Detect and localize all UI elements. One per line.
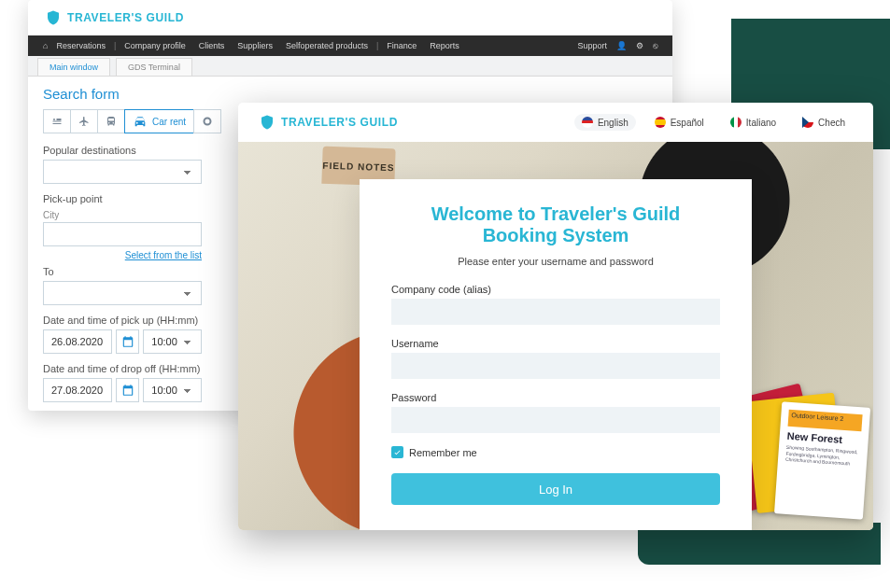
select-from-list-link[interactable]: Select from the list bbox=[43, 250, 202, 260]
username-label: Username bbox=[391, 338, 720, 349]
nav-suppliers[interactable]: Suppliers bbox=[233, 41, 277, 50]
lang-english[interactable]: English bbox=[574, 114, 636, 131]
to-label: To bbox=[43, 266, 202, 277]
dropoff-date-input[interactable] bbox=[43, 378, 112, 402]
lang-italian[interactable]: Italiano bbox=[723, 114, 784, 131]
language-switcher: English Español Italiano Chech bbox=[574, 114, 853, 131]
city-input[interactable] bbox=[43, 222, 202, 246]
shield-icon bbox=[259, 113, 275, 132]
company-code-label: Company code (alias) bbox=[391, 284, 720, 295]
nav-reports[interactable]: Reports bbox=[425, 41, 464, 50]
bed-icon bbox=[51, 114, 63, 129]
lang-spanish[interactable]: Español bbox=[647, 114, 712, 131]
popular-destinations-select[interactable] bbox=[43, 160, 202, 184]
brand-name: TRAVELER'S GUILD bbox=[67, 11, 184, 24]
brand-header: TRAVELER'S GUILD bbox=[28, 0, 672, 35]
pickup-dt-label: Date and time of pick up (HH:mm) bbox=[43, 315, 202, 326]
car-icon bbox=[133, 114, 148, 129]
checkbox-checked-icon bbox=[391, 446, 403, 458]
pickup-date-input[interactable] bbox=[43, 329, 112, 354]
nav-reservations[interactable]: Reservations bbox=[51, 41, 110, 50]
username-input[interactable] bbox=[391, 353, 720, 379]
tab-car-label: Car rent bbox=[152, 117, 186, 127]
brand-name: TRAVELER'S GUILD bbox=[281, 116, 398, 129]
bus-icon bbox=[106, 114, 117, 129]
pickup-time-select[interactable]: 10:00 bbox=[143, 329, 202, 354]
dropoff-time-select[interactable]: 10:00 bbox=[143, 378, 202, 402]
tab-ticket[interactable] bbox=[193, 109, 221, 133]
lang-czech[interactable]: Chech bbox=[795, 114, 853, 131]
flag-es-icon bbox=[655, 117, 666, 128]
tab-main-window[interactable]: Main window bbox=[37, 58, 110, 76]
book-stack-prop: Outdoor Leisure 2 New Forest Showing Sou… bbox=[741, 401, 862, 513]
dropoff-calendar-button[interactable] bbox=[116, 378, 139, 402]
dropoff-dt-label: Date and time of drop off (HH:mm) bbox=[43, 363, 202, 374]
nav-selfoperated[interactable]: Selfoperated products bbox=[281, 41, 373, 50]
tab-car-rent[interactable]: Car rent bbox=[124, 109, 194, 133]
window-tabs: Main window GDS Terminal bbox=[28, 56, 672, 77]
user-icon[interactable]: 👤 bbox=[616, 41, 627, 50]
flag-cz-icon bbox=[802, 117, 813, 128]
calendar-icon bbox=[121, 335, 134, 348]
password-input[interactable] bbox=[391, 407, 720, 433]
pickup-point-label: Pick-up point bbox=[43, 193, 202, 204]
top-nav: ⌂ Reservations| Company profile Clients … bbox=[28, 35, 672, 56]
remember-me-label: Remember me bbox=[409, 447, 477, 458]
home-icon[interactable]: ⌂ bbox=[43, 41, 48, 50]
password-label: Password bbox=[391, 392, 720, 403]
login-title: Welcome to Traveler's Guild Booking Syst… bbox=[391, 203, 720, 246]
company-code-input[interactable] bbox=[391, 299, 720, 325]
nav-company-profile[interactable]: Company profile bbox=[120, 41, 191, 50]
login-card: Welcome to Traveler's Guild Booking Syst… bbox=[360, 179, 752, 530]
ticket-icon bbox=[202, 114, 213, 129]
remember-me-checkbox[interactable]: Remember me bbox=[391, 446, 720, 458]
settings-icon[interactable]: ⚙ bbox=[636, 41, 643, 50]
hero-background: FIELD NOTES Outdoor Leisure 2 New Forest… bbox=[238, 142, 873, 530]
tab-bus[interactable] bbox=[97, 109, 125, 133]
nav-clients[interactable]: Clients bbox=[194, 41, 230, 50]
nav-support[interactable]: Support bbox=[577, 41, 607, 50]
flag-en-icon bbox=[582, 117, 593, 128]
login-header: TRAVELER'S GUILD English Español Italian… bbox=[238, 103, 873, 142]
tab-gds-terminal[interactable]: GDS Terminal bbox=[116, 58, 192, 76]
tab-flight[interactable] bbox=[70, 109, 98, 133]
calendar-icon bbox=[121, 384, 134, 397]
city-label: City bbox=[43, 210, 202, 220]
to-select[interactable] bbox=[43, 281, 202, 305]
login-window: TRAVELER'S GUILD English Español Italian… bbox=[238, 103, 873, 530]
plane-icon bbox=[78, 114, 90, 129]
shield-icon bbox=[45, 8, 62, 27]
login-subtitle: Please enter your username and password bbox=[391, 256, 720, 267]
logout-icon[interactable]: ⎋ bbox=[653, 41, 657, 50]
login-button[interactable]: Log In bbox=[391, 473, 720, 505]
page-title: Search form bbox=[43, 86, 657, 102]
popular-destinations-label: Popular destinations bbox=[43, 145, 202, 156]
nav-finance[interactable]: Finance bbox=[382, 41, 421, 50]
pickup-calendar-button[interactable] bbox=[116, 329, 139, 354]
tab-hotel[interactable] bbox=[43, 109, 71, 133]
flag-it-icon bbox=[730, 117, 742, 128]
